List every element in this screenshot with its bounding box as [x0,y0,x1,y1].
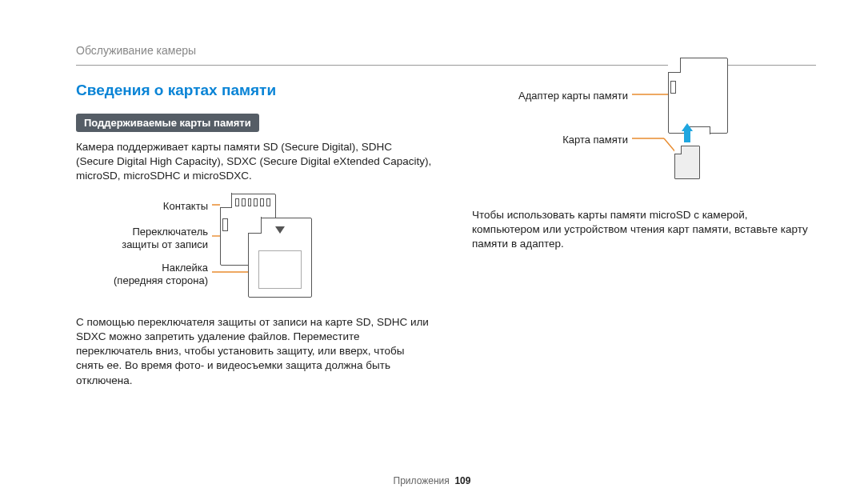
footer-section: Приложения [394,475,450,486]
sd-card-figure: Контакты Переключатель защиты от записи … [76,194,432,306]
left-body: Камера поддерживает карты памяти SD (Sec… [76,140,432,184]
label-sticker: Наклейка (передняя сторона) [114,262,208,288]
label-sticker-l1: Наклейка [162,262,208,274]
label-write-protect-l2: защиты от записи [122,238,208,250]
left-paragraph-1: Камера поддерживает карты памяти SD (Sec… [76,140,432,184]
adapter-leader-lines [472,58,816,194]
left-paragraph-2: С помощью переключателя защиты от записи… [76,315,432,388]
label-micro-card: Карта памяти [562,134,628,146]
right-paragraph-1: Чтобы использовать карты памяти microSD … [472,208,816,252]
microsd-card-icon [674,146,700,179]
subsection-pill: Поддерживаемые карты памяти [76,114,259,132]
right-body: Чтобы использовать карты памяти microSD … [472,208,816,252]
footer-page-number: 109 [454,475,470,486]
label-write-protect: Переключатель защиты от записи [122,226,208,252]
adapter-figure: Адаптер карты памяти Карта памяти [472,58,816,194]
label-write-protect-l1: Переключатель [132,226,208,238]
label-adapter: Адаптер карты памяти [518,90,628,102]
sd-card-front-icon [248,218,312,298]
label-contacts: Контакты [163,200,208,212]
left-body-2: С помощью переключателя защиты от записи… [76,315,432,388]
sd-adapter-icon [668,58,728,134]
insert-arrow-icon [682,123,693,142]
section-title: Сведения о картах памяти [76,82,432,99]
label-sticker-l2: (передняя сторона) [114,274,208,286]
left-column: Сведения о картах памяти Поддерживаемые … [76,82,432,398]
content-columns: Сведения о картах памяти Поддерживаемые … [76,82,816,398]
page-footer: Приложения 109 [0,475,864,486]
right-column: Адаптер карты памяти Карта памяти [472,82,816,398]
page: Обслуживание камеры Сведения о картах па… [0,0,864,504]
